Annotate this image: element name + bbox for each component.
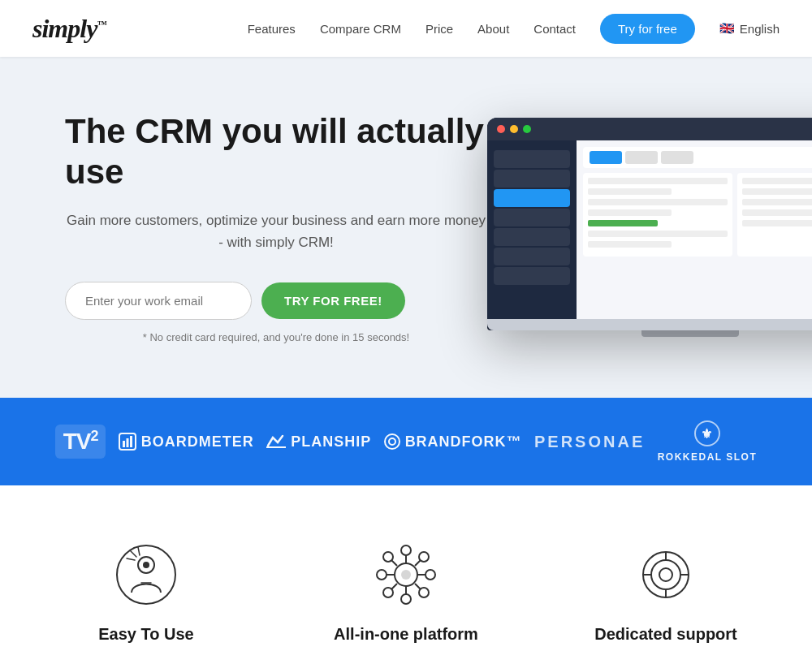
header: simply™ Features Compare CRM Price About… (0, 0, 812, 57)
brand-tv2: TV2 (55, 425, 106, 458)
crm-content (583, 173, 812, 257)
svg-point-11 (401, 594, 411, 604)
svg-rect-2 (126, 438, 128, 447)
planship-label: PLANSHIP (291, 433, 371, 451)
crm-tab-2 (625, 151, 658, 164)
hero-headline: The CRM you will actually use (65, 111, 487, 193)
boardmeter-label: BOARDMETER (141, 433, 254, 451)
dot-red (497, 125, 505, 133)
sidebar-mock-3 (494, 189, 570, 207)
crm-row-4 (588, 209, 672, 216)
crm-row-r2 (742, 188, 812, 195)
crm-tab-3 (661, 151, 693, 164)
nav-compare[interactable]: Compare CRM (320, 22, 401, 36)
laptop-mockup (487, 118, 812, 330)
crm-sidebar (487, 140, 577, 319)
brandfork-icon (384, 433, 400, 450)
sidebar-mock-7 (494, 267, 570, 285)
tv2-logo: TV2 (55, 425, 106, 458)
brand-planship: PLANSHIP (266, 433, 371, 451)
boardmeter-icon (119, 433, 136, 451)
feature-dedicated-support: Dedicated support We will help you get s… (568, 542, 763, 651)
email-form: TRY FOR FREE! (65, 282, 487, 320)
cta-button[interactable]: TRY FOR FREE! (261, 282, 405, 319)
logo: simply™ (32, 14, 106, 44)
crm-row-2 (588, 188, 672, 195)
crm-row-r1 (742, 178, 812, 184)
crm-row-3 (588, 199, 728, 205)
svg-point-8 (143, 562, 149, 568)
hero-image (487, 118, 812, 337)
flag-icon: 🇬🇧 (719, 21, 735, 36)
crm-main (577, 140, 812, 319)
try-free-button[interactable]: Try for free (600, 14, 695, 44)
email-input[interactable] (65, 282, 252, 320)
svg-point-18 (401, 570, 411, 580)
brand-brandfork: BRANDFORK™ (384, 433, 522, 451)
crm-row-7 (588, 241, 672, 248)
dot-green (523, 125, 531, 133)
crm-tab-1 (590, 151, 622, 164)
svg-point-13 (425, 570, 435, 580)
svg-point-10 (401, 545, 411, 555)
brand-rokkedal: ⚜ ROKKEDAL SLOT (658, 420, 758, 463)
main-nav: Features Compare CRM Price About Contact… (248, 14, 780, 44)
personae-label: PERSONAE (534, 433, 645, 451)
all-in-one-icon (374, 542, 438, 607)
dot-yellow (510, 125, 518, 133)
svg-point-20 (651, 560, 680, 589)
rokkedal-icon: ⚜ (694, 420, 720, 446)
no-credit-card-text: * No credit card required, and you're do… (65, 331, 487, 343)
crm-topbar (583, 147, 812, 168)
crm-row-r5 (742, 220, 812, 226)
nav-contact[interactable]: Contact (533, 22, 576, 36)
svg-rect-1 (123, 441, 125, 447)
laptop-screen (487, 140, 812, 319)
rokkedal-label: ROKKEDAL SLOT (658, 451, 758, 463)
nav-price[interactable]: Price (425, 22, 453, 36)
laptop-base (487, 319, 812, 330)
nav-features[interactable]: Features (248, 22, 296, 36)
sidebar-mock-1 (494, 150, 570, 168)
nav-about[interactable]: About (477, 22, 509, 36)
all-in-one-title: All-in-one platform (334, 625, 478, 644)
laptop-stand (641, 330, 739, 337)
laptop-topbar (487, 118, 812, 140)
language-selector[interactable]: 🇬🇧 English (719, 21, 780, 36)
planship-icon (266, 434, 286, 449)
features-section: Easy To Use Designed for humans. We make… (0, 485, 812, 651)
feature-all-in-one: All-in-one platform Sales, marketing, su… (309, 542, 503, 651)
hero-subtext: Gain more customers, optimize your busin… (65, 209, 487, 253)
language-label: English (740, 22, 780, 36)
crm-row-1 (588, 178, 728, 184)
svg-point-4 (385, 434, 400, 449)
hero-content: The CRM you will actually use Gain more … (65, 111, 487, 343)
dedicated-support-title: Dedicated support (594, 625, 737, 644)
brand-personae: PERSONAE (534, 433, 645, 451)
dedicated-support-icon (633, 542, 698, 607)
crm-row-6 (588, 231, 728, 237)
brands-strip: TV2 BOARDMETER PLANSHIP BRANDFORK™ PERSO… (0, 398, 812, 485)
crm-panel-1 (583, 173, 732, 257)
crm-panel-2 (737, 173, 812, 257)
svg-rect-3 (130, 436, 132, 447)
brandfork-label: BRANDFORK™ (405, 433, 522, 451)
sidebar-mock-5 (494, 228, 570, 246)
svg-point-5 (389, 438, 395, 445)
feature-easy-to-use: Easy To Use Designed for humans. We make… (49, 542, 244, 651)
hero-section: The CRM you will actually use Gain more … (0, 57, 812, 398)
sidebar-mock-2 (494, 170, 570, 188)
crm-row-5 (588, 220, 658, 226)
svg-point-21 (659, 568, 672, 581)
easy-to-use-title: Easy To Use (98, 625, 193, 644)
svg-point-6 (117, 545, 175, 604)
easy-to-use-icon (114, 542, 179, 607)
sidebar-mock-6 (494, 248, 570, 265)
sidebar-mock-4 (494, 209, 570, 226)
crm-row-r3 (742, 199, 812, 205)
brand-boardmeter: BOARDMETER (119, 433, 254, 451)
crm-row-r4 (742, 209, 812, 216)
svg-point-12 (377, 570, 387, 580)
